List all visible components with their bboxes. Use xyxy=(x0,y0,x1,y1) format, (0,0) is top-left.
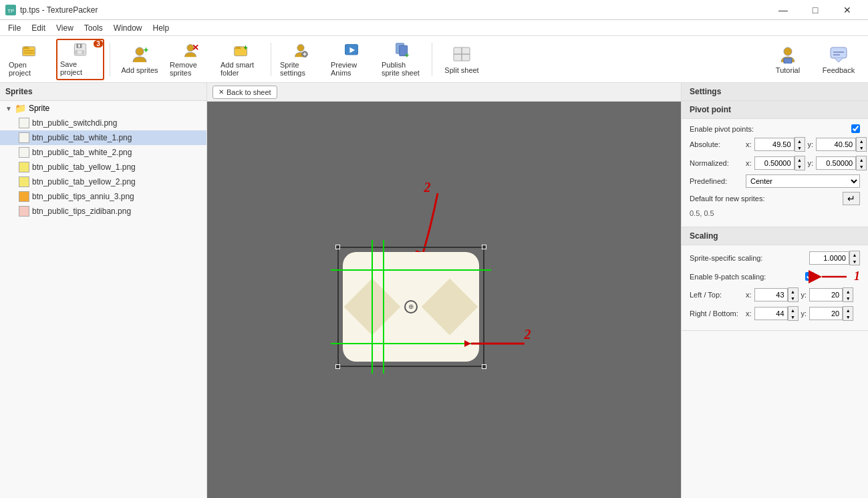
right-y-down[interactable]: ▼ xyxy=(843,314,853,320)
tree-item-0[interactable]: btn_public_switchdi.png xyxy=(0,116,206,130)
toolbar-sep-3 xyxy=(432,43,432,76)
default-row: Default for new sprites: ↵ xyxy=(690,192,860,205)
right-bottom-row: Right / Bottom: x: ▲ ▼ y: ▲ xyxy=(690,306,860,321)
default-reset-button[interactable]: ↵ xyxy=(843,192,860,205)
abs-y-input[interactable] xyxy=(816,138,856,151)
right-y-up[interactable]: ▲ xyxy=(843,307,853,314)
publish-sprite-sheet-button[interactable]: Publish sprite sheet xyxy=(378,39,426,80)
title-bar: TP tp.tps - TexturePacker — □ ✕ xyxy=(0,0,868,20)
tree-folder-sprite[interactable]: ▼ 📁 Sprite xyxy=(0,101,206,116)
menu-file[interactable]: File xyxy=(3,22,26,34)
sprite-scaling-up[interactable]: ▲ xyxy=(850,251,859,258)
absolute-label: Absolute: xyxy=(690,140,743,148)
split-sheet-button[interactable]: Split sheet xyxy=(438,39,486,80)
tutorial-button[interactable]: Tutorial xyxy=(764,39,812,80)
canvas-area: ✕ Back to sheet 2 xyxy=(207,83,681,498)
open-project-button[interactable]: Open project xyxy=(5,39,53,80)
canvas-content[interactable]: 2 xyxy=(207,102,681,498)
folder-label: Sprite xyxy=(29,104,49,113)
norm-y-down[interactable]: ▼ xyxy=(857,163,866,170)
left-y-down[interactable]: ▼ xyxy=(843,295,853,301)
menu-window[interactable]: Window xyxy=(108,22,148,34)
abs-y-up[interactable]: ▲ xyxy=(857,138,866,144)
default-value-row: 0.5, 0.5 xyxy=(690,209,860,217)
abs-y-down[interactable]: ▼ xyxy=(857,144,866,151)
svg-rect-9 xyxy=(78,50,82,53)
normalized-row: Normalized: x: ▲ ▼ y: ▲ ▼ xyxy=(690,156,860,170)
preview-anims-button[interactable]: Preview Anims xyxy=(327,39,376,80)
annotation-2a: 2 xyxy=(424,180,431,195)
enable-pivot-row: Enable pivot points: xyxy=(690,124,860,133)
norm-x-input[interactable] xyxy=(754,156,794,170)
norm-y-input[interactable] xyxy=(816,156,856,170)
left-y-input[interactable] xyxy=(809,288,843,301)
maximize-button[interactable]: □ xyxy=(800,0,831,20)
predefined-row: Predefined: Center Top-left Top Top-righ… xyxy=(690,174,860,188)
left-top-label: Left / Top: xyxy=(690,291,743,299)
tree-item-label-5: btn_public_tips_anniu_3.png xyxy=(32,192,134,201)
right-y-input[interactable] xyxy=(809,307,843,320)
publish-sprite-sheet-label: Publish sprite sheet xyxy=(382,61,423,77)
norm-x-up[interactable]: ▲ xyxy=(795,156,805,163)
sprite-preview-area: 2 xyxy=(277,166,611,434)
tree-item-6[interactable]: btn_public_tips_zidiban.png xyxy=(0,204,206,219)
right-x-up[interactable]: ▲ xyxy=(788,307,798,314)
tree-item-1[interactable]: btn_public_tab_white_1.png xyxy=(0,130,206,145)
sprite-settings-label: Sprite settings xyxy=(280,61,321,77)
tree-item-4[interactable]: btn_public_tab_yellow_2.png xyxy=(0,174,206,189)
back-to-sheet-label: Back to sheet xyxy=(227,88,271,96)
sprite-box-wrapper: ⊕ xyxy=(337,247,484,367)
abs-x-up[interactable]: ▲ xyxy=(795,138,805,144)
add-sprites-button[interactable]: + Add sprites xyxy=(116,39,164,80)
annotation-1: 1 xyxy=(854,269,860,283)
file-icon-2 xyxy=(19,147,29,158)
add-smart-folder-label: Add smart folder xyxy=(221,61,262,77)
left-x-input[interactable] xyxy=(754,288,788,301)
sprite-scaling-row: Sprite-specific scaling: ▲ ▼ xyxy=(690,251,860,265)
svg-point-30 xyxy=(784,47,792,55)
sprite-scaling-input[interactable] xyxy=(809,251,849,265)
left-y-up[interactable]: ▲ xyxy=(843,288,853,295)
diamond-right xyxy=(421,278,478,335)
left-x-down[interactable]: ▼ xyxy=(788,295,798,301)
tree-item-3[interactable]: btn_public_tab_yellow_1.png xyxy=(0,160,206,174)
right-x-down[interactable]: ▼ xyxy=(788,314,798,320)
save-badge: 3 xyxy=(94,40,103,47)
tree-item-label-2: btn_public_tab_white_2.png xyxy=(32,148,132,157)
arrow-1 xyxy=(817,270,850,283)
menu-edit[interactable]: Edit xyxy=(26,22,51,34)
enable-pivot-checkbox[interactable] xyxy=(851,124,860,133)
svg-point-10 xyxy=(136,47,144,55)
back-to-sheet-button[interactable]: ✕ Back to sheet xyxy=(212,86,277,99)
norm-x-down[interactable]: ▼ xyxy=(795,163,805,170)
sprite-scaling-down[interactable]: ▼ xyxy=(850,258,859,265)
sprite-image: ⊕ xyxy=(343,252,479,362)
tree-item-5[interactable]: btn_public_tips_anniu_3.png xyxy=(0,189,206,204)
predefined-select[interactable]: Center Top-left Top Top-right Left Right… xyxy=(746,174,860,188)
file-icon-1 xyxy=(19,132,29,143)
feedback-button[interactable]: Feedback xyxy=(815,39,863,80)
menu-view[interactable]: View xyxy=(51,22,79,34)
add-smart-folder-button[interactable]: + Add smart folder xyxy=(217,39,265,80)
save-project-label: Save project xyxy=(60,60,100,76)
annotation-2b: 2 xyxy=(525,327,531,342)
menu-help[interactable]: Help xyxy=(148,22,175,34)
handle-bl xyxy=(335,364,340,369)
right-x-input[interactable] xyxy=(754,307,788,320)
center-icon: ⊕ xyxy=(404,300,418,314)
left-top-row: Left / Top: x: ▲ ▼ y: ▲ ▼ xyxy=(690,287,860,302)
close-button[interactable]: ✕ xyxy=(832,0,863,20)
left-x-up[interactable]: ▲ xyxy=(788,288,798,295)
norm-y-up[interactable]: ▲ xyxy=(857,156,866,163)
add-sprites-label: Add sprites xyxy=(121,66,158,74)
menu-tools[interactable]: Tools xyxy=(79,22,108,34)
file-icon-3 xyxy=(19,162,29,172)
tree-item-2[interactable]: btn_public_tab_white_2.png xyxy=(0,145,206,160)
abs-x-down[interactable]: ▼ xyxy=(795,144,805,151)
remove-sprites-button[interactable]: Remove sprites xyxy=(166,39,214,80)
minimize-button[interactable]: — xyxy=(768,0,799,20)
sprite-settings-button[interactable]: Sprite settings xyxy=(277,39,325,80)
9patch-checkbox[interactable] xyxy=(805,272,814,281)
abs-x-input[interactable] xyxy=(754,138,794,151)
diamond-left xyxy=(343,278,400,335)
